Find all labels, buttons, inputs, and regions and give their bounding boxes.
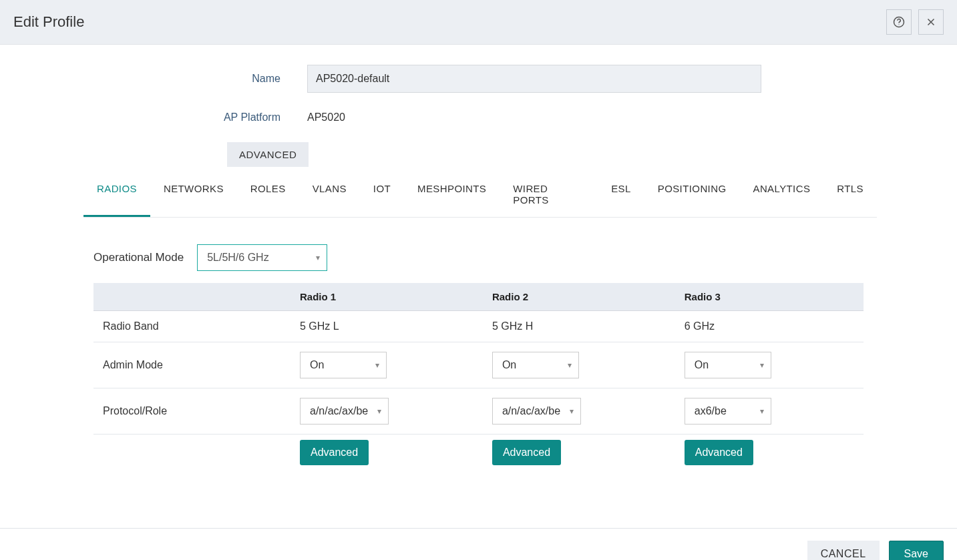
operational-mode-label: Operational Mode [93, 251, 184, 264]
col-header-radio2: Radio 2 [483, 283, 675, 311]
advanced-toggle-button[interactable]: ADVANCED [227, 142, 309, 167]
platform-label: AP Platform [80, 111, 307, 123]
svg-point-1 [898, 24, 899, 25]
radio1-protocol-select[interactable]: a/n/ac/ax/be [300, 398, 389, 425]
save-button[interactable]: Save [889, 541, 944, 560]
col-header-radio3: Radio 3 [675, 283, 864, 311]
tab-bar: RADIOS NETWORKS ROLES VLANS IOT MESHPOIN… [83, 174, 877, 218]
row-radio-band-label: Radio Band [93, 311, 291, 342]
tab-meshpoints[interactable]: MESHPOINTS [404, 174, 500, 217]
tab-vlans[interactable]: VLANS [299, 174, 360, 217]
tab-wired-ports[interactable]: WIRED PORTS [500, 174, 598, 217]
tab-roles[interactable]: ROLES [237, 174, 299, 217]
radio2-protocol-select[interactable]: a/n/ac/ax/be [492, 398, 581, 425]
radio1-admin-mode-select[interactable]: On [300, 352, 387, 378]
radio1-band: 5 GHz L [291, 311, 483, 342]
radio3-advanced-button[interactable]: Advanced [685, 440, 753, 465]
tab-networks[interactable]: NETWORKS [150, 174, 237, 217]
page-title: Edit Profile [13, 13, 84, 31]
help-icon [893, 16, 905, 28]
close-button[interactable] [918, 9, 944, 35]
name-input[interactable] [307, 65, 761, 93]
radio2-band: 5 GHz H [483, 311, 675, 342]
col-header-blank [93, 283, 291, 311]
radio1-advanced-button[interactable]: Advanced [300, 440, 369, 465]
radio3-protocol-value: ax6/be [695, 405, 727, 417]
tab-esl[interactable]: ESL [598, 174, 644, 217]
close-icon [925, 16, 937, 28]
tab-positioning[interactable]: POSITIONING [644, 174, 740, 217]
table-row: Protocol/Role a/n/ac/ax/be a/n/ac/ax/be … [93, 388, 864, 435]
radio2-admin-mode-select[interactable]: On [492, 352, 579, 378]
radio2-advanced-button[interactable]: Advanced [492, 440, 561, 465]
radio-table: Radio 1 Radio 2 Radio 3 Radio Band 5 GHz… [93, 283, 864, 475]
row-admin-mode-label: Admin Mode [93, 342, 291, 388]
radio1-admin-mode-value: On [310, 359, 324, 371]
table-row: Radio Band 5 GHz L 5 GHz H 6 GHz [93, 311, 864, 342]
radio3-admin-mode-value: On [695, 359, 709, 371]
tab-iot[interactable]: IOT [360, 174, 404, 217]
tab-analytics[interactable]: ANALYTICS [739, 174, 823, 217]
radio3-protocol-select[interactable]: ax6/be [685, 398, 771, 425]
col-header-radio1: Radio 1 [291, 283, 483, 311]
table-row: Advanced Advanced Advanced [93, 435, 864, 475]
row-protocol-label: Protocol/Role [93, 388, 291, 435]
name-label: Name [80, 73, 307, 85]
tab-radios[interactable]: RADIOS [83, 174, 150, 217]
radio2-protocol-value: a/n/ac/ax/be [502, 405, 560, 417]
radio2-admin-mode-value: On [502, 359, 516, 371]
operational-mode-value: 5L/5H/6 GHz [207, 252, 268, 264]
table-row: Admin Mode On On On [93, 342, 864, 388]
help-button[interactable] [886, 9, 912, 35]
platform-value: AP5020 [307, 111, 345, 123]
radio3-band: 6 GHz [675, 311, 864, 342]
cancel-button[interactable]: CANCEL [807, 541, 880, 560]
radio3-admin-mode-select[interactable]: On [685, 352, 771, 378]
tab-rtls[interactable]: RTLS [823, 174, 877, 217]
radio1-protocol-value: a/n/ac/ax/be [310, 405, 368, 417]
operational-mode-select[interactable]: 5L/5H/6 GHz [197, 244, 327, 271]
